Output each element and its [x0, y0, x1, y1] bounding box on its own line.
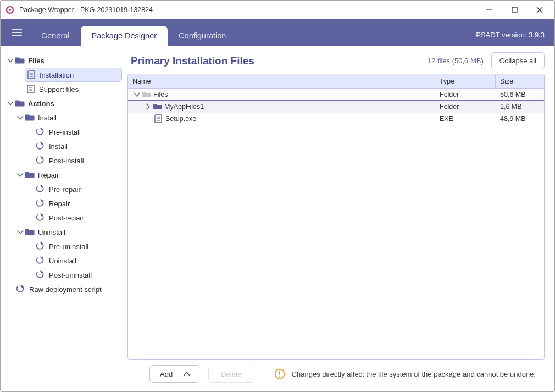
action-icon	[36, 127, 46, 137]
tree-post-repair[interactable]: Post-repair	[35, 211, 122, 225]
files-table: Name Type Size Files Folder 50,6 MB	[127, 74, 545, 360]
folder-icon	[15, 98, 25, 108]
action-icon	[16, 284, 26, 294]
tree-install-action[interactable]: Install	[35, 139, 122, 153]
tree-label: Post-repair	[49, 214, 84, 222]
cell-size: 48,9 MB	[496, 115, 544, 123]
chevron-down-icon[interactable]	[132, 90, 141, 99]
hamburger-menu-button[interactable]	[7, 23, 27, 42]
svg-rect-7	[512, 7, 517, 12]
tree-raw-deployment-script[interactable]: Raw deployment script	[15, 282, 122, 296]
action-icon	[36, 198, 46, 208]
main-header: Primary Installation Files 12 files (50,…	[127, 52, 545, 69]
folder-icon	[25, 170, 35, 180]
tree-repair-action[interactable]: Repair	[35, 196, 122, 211]
body: Files Installation Support files Actions	[1, 46, 554, 391]
chevron-down-icon	[16, 170, 25, 179]
cell-name: MyAppFiles1	[164, 103, 204, 111]
document-icon	[153, 114, 163, 124]
tree-label: Repair	[38, 171, 59, 179]
tree-repair-group[interactable]: Repair	[15, 168, 122, 182]
tree-uninstall-group[interactable]: Uninstall	[15, 225, 122, 239]
tree-label: Uninstall	[49, 257, 76, 265]
tree-label: Files	[28, 57, 45, 65]
table-row[interactable]: Files Folder 50,6 MB	[128, 89, 544, 101]
column-spacer	[534, 74, 544, 88]
chevron-right-icon[interactable]	[143, 102, 152, 111]
svg-point-5	[9, 9, 11, 11]
action-icon	[36, 141, 46, 151]
app-logo-icon	[5, 5, 15, 15]
svg-point-15	[279, 376, 280, 377]
tree-label: Install	[49, 142, 68, 151]
tree-label: Actions	[28, 100, 54, 108]
tree-support-files[interactable]: Support files	[25, 82, 122, 96]
action-icon	[36, 241, 46, 251]
document-icon	[26, 70, 36, 80]
collapse-all-button[interactable]: Collapse all	[491, 52, 545, 69]
cell-type: EXE	[435, 115, 496, 123]
tab-general[interactable]: General	[30, 26, 81, 46]
minimize-button[interactable]	[476, 2, 502, 18]
table-row[interactable]: Setup.exe EXE 48,9 MB	[128, 113, 544, 125]
file-count-label: 12 files (50,6 MB)	[428, 57, 484, 65]
tree-pre-repair[interactable]: Pre-repair	[35, 182, 122, 196]
tree-actions[interactable]: Actions	[5, 96, 122, 111]
folder-icon	[15, 56, 25, 65]
tree-post-uninstall[interactable]: Post-uninstall	[35, 268, 122, 282]
page-title: Primary Installation Files	[131, 55, 420, 67]
folder-icon	[25, 227, 35, 237]
action-icon	[36, 184, 46, 194]
close-button[interactable]	[527, 2, 552, 18]
tree-label: Raw deployment script	[29, 285, 102, 294]
folder-icon	[152, 102, 162, 112]
cell-size: 1,6 MB	[496, 103, 544, 111]
cell-size: 50,6 MB	[496, 91, 544, 98]
chevron-down-icon	[6, 56, 15, 65]
tree-post-install[interactable]: Post-install	[35, 153, 122, 168]
action-icon	[36, 156, 46, 165]
tree-label: Post-uninstall	[49, 271, 92, 279]
action-icon	[36, 213, 46, 223]
table-row[interactable]: MyAppFiles1 Folder 1,6 MB	[128, 101, 544, 113]
tree-label: Support files	[39, 85, 79, 93]
tree-install-group[interactable]: Install	[15, 111, 122, 125]
table-body: Files Folder 50,6 MB MyAppFiles1 Folder …	[128, 89, 544, 359]
footer-bar: Add Delete Changes directly affect the f…	[127, 360, 545, 385]
title-bar: Package Wrapper - PKG-20231019-132824	[1, 1, 554, 19]
folder-icon	[25, 113, 35, 123]
chevron-up-icon	[182, 369, 191, 378]
tab-package-designer[interactable]: Package Designer	[81, 26, 168, 46]
tree-label: Repair	[49, 200, 70, 208]
psadt-version-label: PSADT version: 3.9.3	[476, 31, 545, 46]
tree-label: Pre-install	[49, 128, 81, 136]
folder-icon	[141, 90, 151, 100]
warning-message: Changes directly affect the file system …	[274, 368, 536, 379]
column-size[interactable]: Size	[496, 74, 534, 88]
window: Package Wrapper - PKG-20231019-132824 Ge…	[0, 0, 555, 392]
tree-label: Installation	[40, 71, 74, 79]
chevron-down-icon	[16, 113, 25, 122]
document-icon	[26, 84, 36, 94]
delete-button[interactable]: Delete	[208, 366, 254, 383]
ribbon: General Package Designer Configuration P…	[1, 19, 554, 46]
tree-label: Pre-uninstall	[49, 242, 88, 251]
tree-label: Install	[38, 114, 57, 122]
tab-configuration[interactable]: Configuration	[168, 26, 237, 46]
tree-installation[interactable]: Installation	[25, 68, 122, 82]
add-button[interactable]: Add	[149, 365, 199, 383]
tree-label: Uninstall	[38, 228, 65, 236]
sidebar-tree: Files Installation Support files Actions	[1, 46, 124, 391]
tree-files[interactable]: Files	[5, 53, 122, 68]
column-name[interactable]: Name	[128, 74, 435, 88]
cell-type: Folder	[435, 103, 496, 111]
chevron-down-icon	[6, 99, 15, 108]
tree-pre-uninstall[interactable]: Pre-uninstall	[35, 239, 122, 253]
add-button-label: Add	[160, 370, 173, 378]
maximize-button[interactable]	[502, 2, 527, 18]
column-type[interactable]: Type	[435, 74, 496, 88]
cell-name: Setup.exe	[165, 115, 196, 123]
tree-uninstall-action[interactable]: Uninstall	[35, 253, 122, 268]
table-header: Name Type Size	[128, 74, 544, 89]
tree-pre-install[interactable]: Pre-install	[35, 125, 122, 139]
